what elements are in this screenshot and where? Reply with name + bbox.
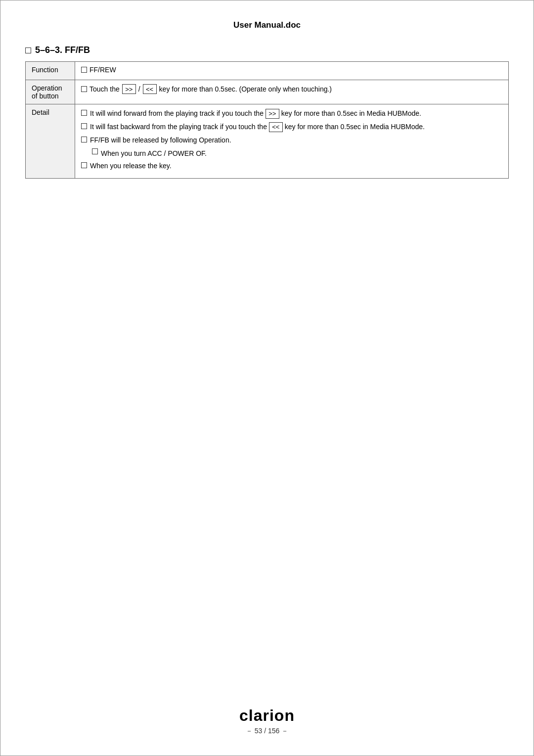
detail-line-1: It will wind forward from the playing tr… bbox=[81, 108, 502, 119]
detail-line-3: FF/FB will be released by following Oper… bbox=[81, 135, 502, 145]
detail-label: Detail bbox=[26, 104, 75, 179]
ff-key-button: >> bbox=[122, 84, 136, 94]
table-row-detail: Detail It will wind forward from the pla… bbox=[26, 104, 509, 179]
section-title-text: 5–6–3. FF/FB bbox=[35, 45, 90, 55]
document-title: User Manual.doc bbox=[25, 20, 509, 30]
detail-checkbox-2-icon bbox=[81, 123, 87, 129]
detail-2-after: key for more than 0.5sec in Media HUBMod… bbox=[285, 123, 425, 131]
operation-content: Touch the >> / << key for more than 0.5s… bbox=[75, 80, 509, 104]
document-page: User Manual.doc 5–6–3. FF/FB Function FF… bbox=[0, 0, 534, 756]
operation-line: Touch the >> / << key for more than 0.5s… bbox=[81, 84, 502, 94]
function-line: FF/REW bbox=[81, 66, 502, 74]
detail-1-before: It will wind forward from the playing tr… bbox=[90, 109, 264, 117]
page-number: － 53 / 156 － bbox=[0, 727, 534, 736]
detail-content: It will wind forward from the playing tr… bbox=[75, 104, 509, 179]
detail-text-2: It will fast backward from the playing t… bbox=[90, 122, 425, 132]
key-more-text: key for more than 0.5sec. (Operate only … bbox=[159, 85, 332, 93]
table-row-function: Function FF/REW bbox=[26, 62, 509, 80]
detail-text-3: FF/FB will be released by following Oper… bbox=[90, 135, 231, 145]
operation-label: Operationof button bbox=[26, 80, 75, 104]
content-table: Function FF/REW Operationof button Touch… bbox=[25, 61, 509, 179]
section-checkbox-icon bbox=[25, 47, 31, 53]
operation-checkbox-icon bbox=[81, 86, 87, 92]
slash-text: / bbox=[138, 85, 140, 93]
function-checkbox-icon bbox=[81, 67, 87, 73]
detail-checkbox-4-icon bbox=[92, 148, 98, 154]
touch-the-text: Touch the bbox=[89, 85, 120, 93]
detail-2-before: It will fast backward from the playing t… bbox=[90, 123, 267, 131]
detail-text-1: It will wind forward from the playing tr… bbox=[90, 108, 421, 119]
detail-line-2: It will fast backward from the playing t… bbox=[81, 122, 502, 132]
function-text: FF/REW bbox=[89, 66, 116, 74]
brand-name: clarion bbox=[0, 707, 534, 725]
function-content: FF/REW bbox=[75, 62, 509, 80]
detail-text-5: When you release the key. bbox=[90, 161, 172, 171]
detail-1-key: >> bbox=[266, 109, 279, 119]
detail-checkbox-1-icon bbox=[81, 110, 87, 116]
detail-text-4: When you turn ACC / POWER OF. bbox=[101, 148, 207, 159]
detail-line-4: When you turn ACC / POWER OF. bbox=[92, 148, 502, 159]
detail-line-5: When you release the key. bbox=[81, 161, 502, 171]
detail-checkbox-5-icon bbox=[81, 162, 87, 168]
detail-checkbox-3-icon bbox=[81, 137, 87, 142]
detail-2-key: << bbox=[269, 122, 283, 132]
rw-key-button: << bbox=[143, 84, 157, 94]
detail-1-after: key for more than 0.5sec in Media HUBMod… bbox=[281, 109, 421, 117]
section-heading: 5–6–3. FF/FB bbox=[25, 45, 509, 55]
function-label: Function bbox=[26, 62, 75, 80]
page-footer: clarion － 53 / 156 － bbox=[0, 707, 534, 736]
table-row-operation: Operationof button Touch the >> / << key… bbox=[26, 80, 509, 104]
